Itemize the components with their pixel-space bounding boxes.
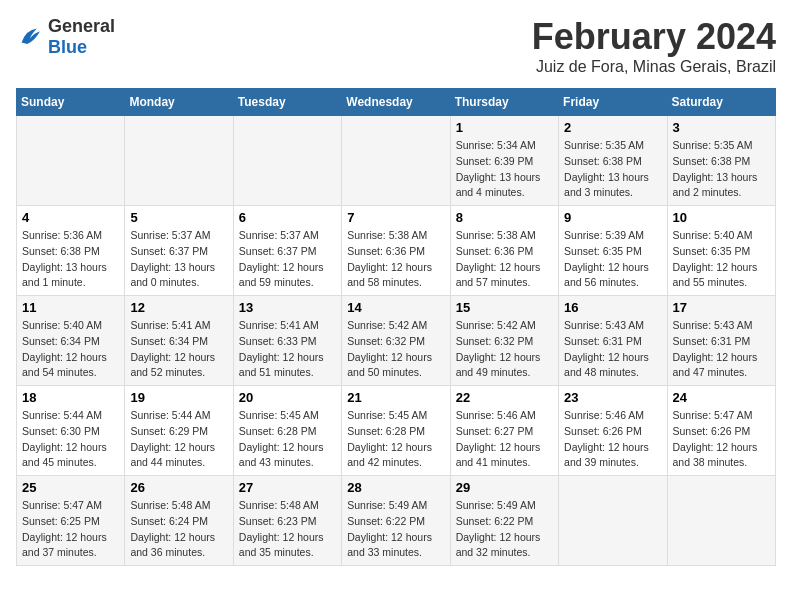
calendar-cell: 2Sunrise: 5:35 AM Sunset: 6:38 PM Daylig… xyxy=(559,116,667,206)
day-number: 22 xyxy=(456,390,553,405)
day-number: 5 xyxy=(130,210,227,225)
calendar-cell: 18Sunrise: 5:44 AM Sunset: 6:30 PM Dayli… xyxy=(17,386,125,476)
page-subtitle: Juiz de Fora, Minas Gerais, Brazil xyxy=(532,58,776,76)
logo-general: General xyxy=(48,16,115,36)
day-info: Sunrise: 5:43 AM Sunset: 6:31 PM Dayligh… xyxy=(564,318,661,381)
column-header-saturday: Saturday xyxy=(667,89,775,116)
day-info: Sunrise: 5:36 AM Sunset: 6:38 PM Dayligh… xyxy=(22,228,119,291)
column-header-monday: Monday xyxy=(125,89,233,116)
day-number: 18 xyxy=(22,390,119,405)
column-header-wednesday: Wednesday xyxy=(342,89,450,116)
day-info: Sunrise: 5:45 AM Sunset: 6:28 PM Dayligh… xyxy=(239,408,336,471)
calendar-cell: 8Sunrise: 5:38 AM Sunset: 6:36 PM Daylig… xyxy=(450,206,558,296)
calendar-cell: 27Sunrise: 5:48 AM Sunset: 6:23 PM Dayli… xyxy=(233,476,341,566)
day-number: 17 xyxy=(673,300,770,315)
day-info: Sunrise: 5:38 AM Sunset: 6:36 PM Dayligh… xyxy=(456,228,553,291)
day-number: 16 xyxy=(564,300,661,315)
calendar-cell xyxy=(233,116,341,206)
day-info: Sunrise: 5:42 AM Sunset: 6:32 PM Dayligh… xyxy=(456,318,553,381)
calendar-cell: 13Sunrise: 5:41 AM Sunset: 6:33 PM Dayli… xyxy=(233,296,341,386)
calendar-cell: 17Sunrise: 5:43 AM Sunset: 6:31 PM Dayli… xyxy=(667,296,775,386)
day-info: Sunrise: 5:45 AM Sunset: 6:28 PM Dayligh… xyxy=(347,408,444,471)
calendar-week-row: 25Sunrise: 5:47 AM Sunset: 6:25 PM Dayli… xyxy=(17,476,776,566)
calendar-cell: 10Sunrise: 5:40 AM Sunset: 6:35 PM Dayli… xyxy=(667,206,775,296)
calendar-cell: 25Sunrise: 5:47 AM Sunset: 6:25 PM Dayli… xyxy=(17,476,125,566)
day-number: 28 xyxy=(347,480,444,495)
column-header-sunday: Sunday xyxy=(17,89,125,116)
day-number: 9 xyxy=(564,210,661,225)
day-number: 25 xyxy=(22,480,119,495)
day-number: 23 xyxy=(564,390,661,405)
calendar-cell: 9Sunrise: 5:39 AM Sunset: 6:35 PM Daylig… xyxy=(559,206,667,296)
calendar-week-row: 11Sunrise: 5:40 AM Sunset: 6:34 PM Dayli… xyxy=(17,296,776,386)
calendar-week-row: 4Sunrise: 5:36 AM Sunset: 6:38 PM Daylig… xyxy=(17,206,776,296)
day-number: 6 xyxy=(239,210,336,225)
day-info: Sunrise: 5:46 AM Sunset: 6:27 PM Dayligh… xyxy=(456,408,553,471)
day-info: Sunrise: 5:41 AM Sunset: 6:34 PM Dayligh… xyxy=(130,318,227,381)
column-header-thursday: Thursday xyxy=(450,89,558,116)
calendar-cell: 6Sunrise: 5:37 AM Sunset: 6:37 PM Daylig… xyxy=(233,206,341,296)
logo-blue: Blue xyxy=(48,37,87,57)
calendar-cell: 11Sunrise: 5:40 AM Sunset: 6:34 PM Dayli… xyxy=(17,296,125,386)
logo-bird-icon xyxy=(16,23,44,51)
day-number: 20 xyxy=(239,390,336,405)
calendar-cell: 12Sunrise: 5:41 AM Sunset: 6:34 PM Dayli… xyxy=(125,296,233,386)
calendar-cell: 3Sunrise: 5:35 AM Sunset: 6:38 PM Daylig… xyxy=(667,116,775,206)
day-number: 15 xyxy=(456,300,553,315)
calendar-cell: 5Sunrise: 5:37 AM Sunset: 6:37 PM Daylig… xyxy=(125,206,233,296)
day-info: Sunrise: 5:40 AM Sunset: 6:34 PM Dayligh… xyxy=(22,318,119,381)
calendar-cell: 14Sunrise: 5:42 AM Sunset: 6:32 PM Dayli… xyxy=(342,296,450,386)
calendar-week-row: 18Sunrise: 5:44 AM Sunset: 6:30 PM Dayli… xyxy=(17,386,776,476)
day-info: Sunrise: 5:48 AM Sunset: 6:23 PM Dayligh… xyxy=(239,498,336,561)
calendar-cell: 20Sunrise: 5:45 AM Sunset: 6:28 PM Dayli… xyxy=(233,386,341,476)
calendar-cell: 26Sunrise: 5:48 AM Sunset: 6:24 PM Dayli… xyxy=(125,476,233,566)
day-info: Sunrise: 5:44 AM Sunset: 6:30 PM Dayligh… xyxy=(22,408,119,471)
calendar-cell: 7Sunrise: 5:38 AM Sunset: 6:36 PM Daylig… xyxy=(342,206,450,296)
day-number: 19 xyxy=(130,390,227,405)
day-info: Sunrise: 5:35 AM Sunset: 6:38 PM Dayligh… xyxy=(564,138,661,201)
day-info: Sunrise: 5:44 AM Sunset: 6:29 PM Dayligh… xyxy=(130,408,227,471)
day-info: Sunrise: 5:48 AM Sunset: 6:24 PM Dayligh… xyxy=(130,498,227,561)
day-number: 12 xyxy=(130,300,227,315)
column-header-tuesday: Tuesday xyxy=(233,89,341,116)
page-title: February 2024 xyxy=(532,16,776,58)
calendar-cell xyxy=(17,116,125,206)
calendar-cell: 28Sunrise: 5:49 AM Sunset: 6:22 PM Dayli… xyxy=(342,476,450,566)
day-info: Sunrise: 5:49 AM Sunset: 6:22 PM Dayligh… xyxy=(456,498,553,561)
day-number: 1 xyxy=(456,120,553,135)
day-info: Sunrise: 5:47 AM Sunset: 6:25 PM Dayligh… xyxy=(22,498,119,561)
day-number: 14 xyxy=(347,300,444,315)
day-info: Sunrise: 5:40 AM Sunset: 6:35 PM Dayligh… xyxy=(673,228,770,291)
logo-text: General Blue xyxy=(48,16,115,58)
calendar-cell: 16Sunrise: 5:43 AM Sunset: 6:31 PM Dayli… xyxy=(559,296,667,386)
day-info: Sunrise: 5:37 AM Sunset: 6:37 PM Dayligh… xyxy=(239,228,336,291)
day-number: 2 xyxy=(564,120,661,135)
calendar-cell: 1Sunrise: 5:34 AM Sunset: 6:39 PM Daylig… xyxy=(450,116,558,206)
calendar-cell xyxy=(667,476,775,566)
day-info: Sunrise: 5:46 AM Sunset: 6:26 PM Dayligh… xyxy=(564,408,661,471)
day-number: 10 xyxy=(673,210,770,225)
calendar-cell: 4Sunrise: 5:36 AM Sunset: 6:38 PM Daylig… xyxy=(17,206,125,296)
calendar-cell: 15Sunrise: 5:42 AM Sunset: 6:32 PM Dayli… xyxy=(450,296,558,386)
day-info: Sunrise: 5:35 AM Sunset: 6:38 PM Dayligh… xyxy=(673,138,770,201)
day-info: Sunrise: 5:42 AM Sunset: 6:32 PM Dayligh… xyxy=(347,318,444,381)
calendar-cell: 21Sunrise: 5:45 AM Sunset: 6:28 PM Dayli… xyxy=(342,386,450,476)
day-number: 3 xyxy=(673,120,770,135)
calendar-week-row: 1Sunrise: 5:34 AM Sunset: 6:39 PM Daylig… xyxy=(17,116,776,206)
title-area: February 2024 Juiz de Fora, Minas Gerais… xyxy=(532,16,776,76)
day-info: Sunrise: 5:49 AM Sunset: 6:22 PM Dayligh… xyxy=(347,498,444,561)
day-info: Sunrise: 5:34 AM Sunset: 6:39 PM Dayligh… xyxy=(456,138,553,201)
header: General Blue February 2024 Juiz de Fora,… xyxy=(16,16,776,76)
day-number: 27 xyxy=(239,480,336,495)
day-number: 4 xyxy=(22,210,119,225)
day-number: 11 xyxy=(22,300,119,315)
calendar-cell: 29Sunrise: 5:49 AM Sunset: 6:22 PM Dayli… xyxy=(450,476,558,566)
column-header-friday: Friday xyxy=(559,89,667,116)
day-info: Sunrise: 5:39 AM Sunset: 6:35 PM Dayligh… xyxy=(564,228,661,291)
day-number: 7 xyxy=(347,210,444,225)
day-info: Sunrise: 5:41 AM Sunset: 6:33 PM Dayligh… xyxy=(239,318,336,381)
calendar-table: SundayMondayTuesdayWednesdayThursdayFrid… xyxy=(16,88,776,566)
day-number: 8 xyxy=(456,210,553,225)
day-number: 21 xyxy=(347,390,444,405)
logo: General Blue xyxy=(16,16,115,58)
